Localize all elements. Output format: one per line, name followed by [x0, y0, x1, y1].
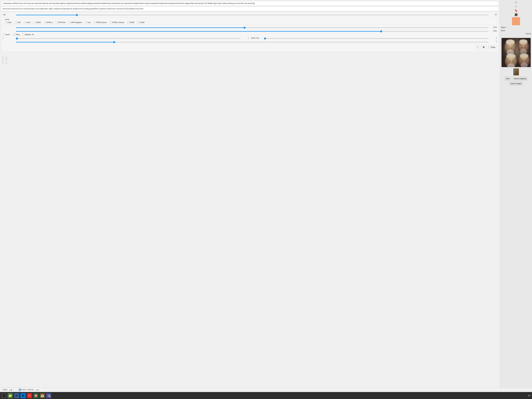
style-row: Style 1 — [501, 26, 531, 28]
square-icon[interactable] — [515, 13, 517, 16]
text-cursor — [254, 2, 254, 5]
generated-image-inner — [501, 38, 531, 67]
file-item-1[interactable]: 64650....png ▲ — [1, 388, 16, 391]
radio-dpm-fast[interactable]: DPM fast — [56, 21, 65, 24]
batch-size-value: 1 — [490, 37, 497, 39]
expand-icon-1[interactable]: ▲ — [13, 389, 14, 391]
radio-heun-input[interactable] — [24, 21, 26, 24]
positive-prompt-box[interactable]: ,masterpiece,official art,(an old man),(… — [1, 1, 499, 6]
radio-plms[interactable]: PLMS — [137, 21, 145, 24]
taskbar-check[interactable]: ✔ — [14, 393, 19, 398]
batch-size-slider-container — [264, 37, 488, 39]
checkbox-faces-label: faces — [6, 33, 10, 36]
radio-rras-input[interactable] — [85, 21, 87, 24]
radio-heun[interactable]: Heun — [24, 21, 31, 24]
radio-heun-label: Heun — [26, 21, 31, 24]
negative-prompt-box[interactable]: atomy,bad hands,text,error,missing finge… — [1, 6, 499, 11]
radio-rras-label: rras — [88, 21, 91, 24]
radio-dpm2a-input[interactable] — [44, 21, 46, 24]
radio-dpm2-karras[interactable]: DPM2 Karras — [94, 21, 107, 24]
send-to-inpaint-button[interactable]: Send to inpaint — [509, 82, 523, 85]
radio-dpm-fast-input[interactable] — [56, 21, 58, 24]
radio-dpm2-karras-input[interactable] — [94, 21, 95, 24]
steps-value: 20 — [490, 13, 497, 16]
taskbar-folder[interactable]: 📁 — [8, 393, 13, 398]
checkbox-tiling-input[interactable] — [13, 33, 15, 36]
save-button[interactable]: Save — [504, 77, 511, 81]
expand-icon-2[interactable]: ▲ — [39, 389, 41, 391]
radio-lms-input[interactable] — [15, 21, 17, 24]
radio-rras[interactable]: rras — [85, 21, 91, 24]
extra-button[interactable]: Extra — [487, 45, 497, 49]
radio-lms[interactable]: LMS — [15, 21, 21, 24]
radio-dpm-adaptive[interactable]: DPM adaptive — [68, 21, 82, 24]
svg-point-14 — [512, 61, 514, 62]
batch-row: t 1 Batch size 1 — [3, 37, 497, 39]
radio-ddim[interactable]: DDIM — [127, 21, 134, 24]
radio-dpm2a[interactable]: DPM2 a — [44, 21, 53, 24]
checkbox-highres-input[interactable] — [22, 33, 25, 36]
svg-point-23 — [507, 50, 514, 55]
checkbox-highres[interactable]: Highres. fix — [22, 33, 34, 36]
recycle-icon: ♻ — [482, 46, 485, 49]
steps-slider-container — [16, 13, 488, 16]
svg-point-24 — [520, 49, 527, 54]
batch-size-slider[interactable] — [264, 38, 488, 39]
radio-dpm2-label: DPM2 — [36, 21, 41, 24]
radio-ddim-input[interactable] — [127, 21, 129, 24]
action-row: ↕ ♻ Extra — [3, 44, 497, 50]
extra-checkbox[interactable] — [489, 46, 491, 48]
checkbox-tiling[interactable]: Tiling — [13, 33, 19, 36]
radio-dpm-adaptive-label: DPM adaptive — [71, 21, 82, 24]
file-icon-2: 📄 — [19, 389, 21, 391]
svg-point-19 — [506, 39, 515, 44]
taskbar-app1[interactable]: 🎯 — [33, 393, 38, 398]
steps-slider[interactable] — [16, 15, 488, 15]
file-item-2[interactable]: 📄 00001-4050292....png ▲ — [17, 388, 42, 391]
radio-dpm2-input[interactable] — [33, 21, 35, 24]
negative-prompt-text: atomy,bad hands,text,error,missing finge… — [2, 8, 144, 10]
bottom-buttons: Save Send to img2img Send to inpaint — [501, 77, 531, 85]
radio-dpm2a-karras-input[interactable] — [110, 21, 112, 24]
file-2-text: 00001-4050292....png — [22, 389, 39, 391]
taskbar: 🖥 📁 ✔ ⊞ 🔴 🎯 📅 🎭 23° — [0, 392, 532, 399]
taskbar-windows[interactable]: ⊞ — [20, 393, 26, 398]
radio-euler[interactable]: Euler — [5, 21, 12, 24]
checkbox-faces-input[interactable] — [3, 33, 5, 36]
radio-dpm-adaptive-input[interactable] — [68, 21, 70, 24]
taskbar-avatar[interactable]: 🎭 — [46, 393, 51, 398]
radio-euler-label: Euler — [8, 21, 12, 24]
checkbox-faces[interactable]: faces — [3, 33, 10, 36]
width-slider[interactable] — [16, 27, 488, 28]
taskbar-terminal[interactable]: 🖥 — [1, 393, 6, 398]
taskbar-chrome[interactable]: 🔴 — [27, 393, 32, 398]
bookmark-icon[interactable]: 🔖 — [514, 9, 518, 12]
radio-plms-input[interactable] — [137, 21, 139, 24]
recycle-button[interactable]: ♻ — [481, 45, 486, 50]
svg-point-13 — [508, 61, 510, 62]
taskbar-calendar[interactable]: 📅 — [40, 393, 45, 398]
pencil-icon[interactable]: 🖊 — [515, 1, 517, 4]
svg-point-5 — [508, 48, 510, 49]
batch-count-slider[interactable] — [16, 38, 240, 39]
height-slider[interactable] — [16, 31, 488, 32]
radio-ddim-label: DDIM — [130, 21, 134, 24]
radio-euler-input[interactable] — [5, 21, 7, 24]
height-slider-container — [16, 30, 488, 32]
file-1-text: 64650....png — [2, 389, 12, 391]
extra-label: Extra — [491, 46, 495, 48]
right-icons: 🖊 ✓ 🔖 — [514, 1, 518, 16]
cfg-slider[interactable] — [16, 42, 488, 42]
thumbnail-1[interactable] — [513, 68, 519, 76]
steps-label: eps — [3, 13, 15, 16]
send-to-img2img-button[interactable]: Send to img2img — [513, 77, 528, 81]
radio-dpm2[interactable]: DPM2 — [33, 21, 41, 24]
check-icon[interactable]: ✓ — [515, 5, 517, 8]
arrows-button[interactable]: ↕ — [475, 45, 480, 50]
file-bar: 64650....png ▲ 📄 00001-4050292....png ▲ — [0, 387, 532, 392]
radio-dpm2a-karras[interactable]: DPM2 a Karras — [110, 21, 124, 24]
style-swatch — [512, 17, 520, 25]
height-value: 1600 — [490, 30, 497, 32]
left-panel: ,masterpiece,official art,(an old man),(… — [0, 0, 500, 387]
checkbox-tiling-label: Tiling — [15, 33, 19, 36]
